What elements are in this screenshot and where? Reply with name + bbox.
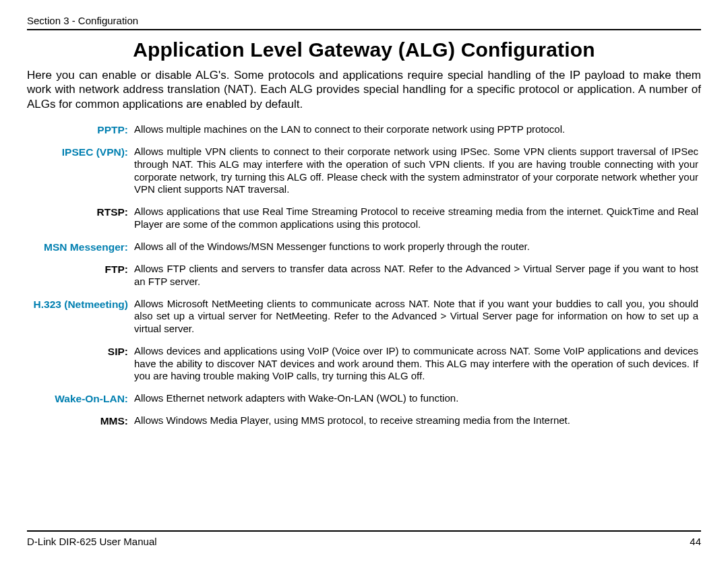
term-ipsec: IPSEC (VPN): [32, 146, 131, 196]
page-number: 44 [690, 536, 701, 547]
term-msn: MSN Messenger: [32, 241, 131, 253]
definition-row: RTSP: Allows applications that use Real … [32, 206, 698, 231]
definition-list: PPTP: Allows multiple machines on the LA… [32, 123, 698, 428]
desc-mms: Allows Windows Media Player, using MMS p… [131, 414, 698, 427]
manual-name: D-Link DIR-625 User Manual [27, 536, 157, 547]
footer-rule [27, 530, 701, 532]
definition-row: H.323 (Netmeeting) Allows Microsoft NetM… [32, 298, 698, 336]
definition-row: FTP: Allows FTP clients and servers to t… [32, 263, 698, 288]
desc-wol: Allows Ethernet network adapters with Wa… [131, 392, 698, 405]
page-footer: D-Link DIR-625 User Manual 44 [27, 530, 701, 547]
desc-msn: Allows all of the Windows/MSN Messenger … [131, 241, 698, 253]
term-h323: H.323 (Netmeeting) [32, 298, 131, 336]
header-rule [27, 29, 701, 30]
section-header: Section 3 - Configuration [27, 15, 701, 29]
term-sip: SIP: [32, 345, 131, 383]
page-title: Application Level Gateway (ALG) Configur… [27, 38, 701, 61]
term-ftp: FTP: [32, 263, 131, 288]
definition-row: MSN Messenger: Allows all of the Windows… [32, 241, 698, 253]
definition-row: SIP: Allows devices and applications usi… [32, 345, 698, 383]
definition-row: PPTP: Allows multiple machines on the LA… [32, 123, 698, 136]
term-mms: MMS: [32, 414, 131, 427]
term-rtsp: RTSP: [32, 206, 131, 231]
desc-h323: Allows Microsoft NetMeeting clients to c… [131, 298, 698, 336]
desc-ipsec: Allows multiple VPN clients to connect t… [131, 146, 698, 196]
definition-row: MMS: Allows Windows Media Player, using … [32, 414, 698, 427]
desc-pptp: Allows multiple machines on the LAN to c… [131, 123, 698, 136]
desc-sip: Allows devices and applications using Vo… [131, 345, 698, 383]
definition-row: IPSEC (VPN): Allows multiple VPN clients… [32, 146, 698, 196]
term-pptp: PPTP: [32, 123, 131, 136]
desc-ftp: Allows FTP clients and servers to transf… [131, 263, 698, 288]
definition-row: Wake-On-LAN: Allows Ethernet network ada… [32, 392, 698, 405]
term-wol: Wake-On-LAN: [32, 392, 131, 405]
intro-paragraph: Here you can enable or disable ALG's. So… [27, 68, 701, 111]
desc-rtsp: Allows applications that use Real Time S… [131, 206, 698, 231]
